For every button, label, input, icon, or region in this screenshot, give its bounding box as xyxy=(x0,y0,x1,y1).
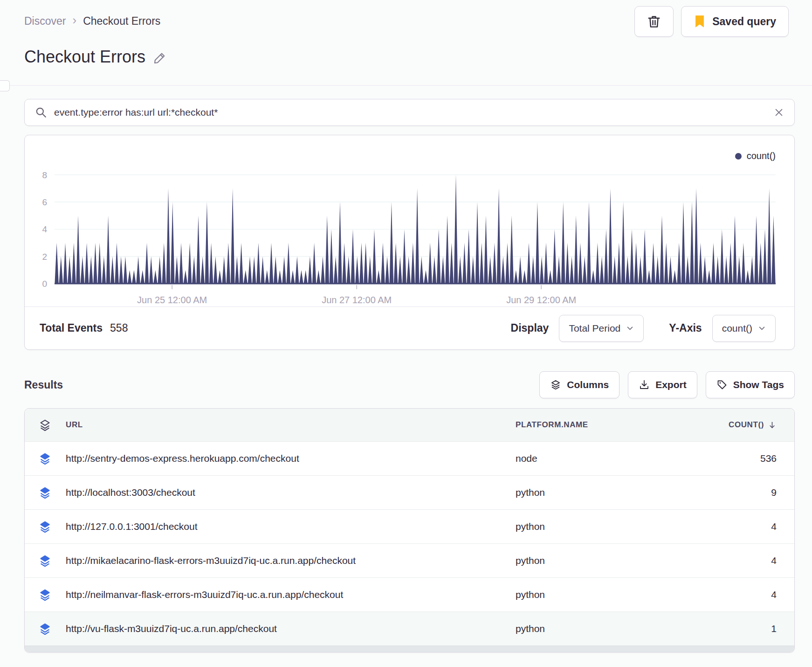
results-table: URL PLATFORM.NAME COUNT() http://sentry-… xyxy=(24,408,795,653)
display-label: Display xyxy=(511,322,549,334)
clear-search-icon[interactable] xyxy=(774,107,784,118)
url-cell[interactable]: http://127.0.0.1:3001/checkout xyxy=(66,521,516,532)
chart-footer: Total Events 558 Display Total Period Y-… xyxy=(25,306,794,349)
search-bar[interactable]: event.type:error has:url url:*checkout* xyxy=(24,99,795,126)
event-stack-icon[interactable] xyxy=(39,555,66,567)
results-heading: Results xyxy=(24,379,63,391)
url-cell[interactable]: http://neilmanvar-flask-errors-m3uuizd7i… xyxy=(66,589,516,600)
platform-cell: python xyxy=(516,589,707,600)
export-button-label: Export xyxy=(655,379,687,390)
svg-text:Jun 27 12:00 AM: Jun 27 12:00 AM xyxy=(322,295,392,305)
export-button[interactable]: Export xyxy=(628,371,697,398)
column-header-count[interactable]: COUNT() xyxy=(729,420,777,430)
table-footer-strip xyxy=(25,646,794,652)
count-cell: 4 xyxy=(771,555,777,566)
event-stack-icon[interactable] xyxy=(39,486,66,499)
show-tags-button-label: Show Tags xyxy=(733,379,784,390)
events-chart-panel: count() 02468Jun 25 12:00 AMJun 27 12:00… xyxy=(24,135,795,350)
results-row: Results Columns Export xyxy=(24,371,795,398)
event-stack-icon[interactable] xyxy=(39,521,66,533)
count-cell: 4 xyxy=(771,589,777,600)
url-cell[interactable]: http://vu-flask-m3uuizd7iq-uc.a.run.app/… xyxy=(66,623,516,634)
events-bar-chart: 02468Jun 25 12:00 AMJun 27 12:00 AMJun 2… xyxy=(25,140,794,308)
total-events: Total Events 558 xyxy=(40,322,128,334)
topbar-buttons: Saved query xyxy=(634,6,789,37)
saved-query-label: Saved query xyxy=(712,15,776,28)
yaxis-dropdown-value: count() xyxy=(722,323,752,334)
delete-query-button[interactable] xyxy=(634,6,674,37)
column-header-count-label: COUNT() xyxy=(729,420,764,430)
url-cell[interactable]: http://mikaelacarino-flask-errors-m3uuiz… xyxy=(66,555,516,566)
event-stack-icon[interactable] xyxy=(39,589,66,601)
stack-icon[interactable] xyxy=(39,419,66,431)
title-row: Checkout Errors xyxy=(24,47,812,67)
table-row[interactable]: http://vu-flask-m3uuizd7iq-uc.a.run.app/… xyxy=(25,611,794,646)
search-query-input[interactable]: event.type:error has:url url:*checkout* xyxy=(54,107,774,118)
chart-controls: Display Total Period Y-Axis count() xyxy=(511,315,776,342)
svg-text:Jun 25 12:00 AM: Jun 25 12:00 AM xyxy=(137,295,207,305)
table-body: http://sentry-demos-express.herokuapp.co… xyxy=(25,441,794,646)
event-stack-icon[interactable] xyxy=(39,452,66,465)
edit-title-pencil-icon[interactable] xyxy=(153,51,167,65)
table-header-row: URL PLATFORM.NAME COUNT() xyxy=(25,409,794,441)
count-cell: 4 xyxy=(771,521,777,532)
sort-desc-arrow-icon xyxy=(768,421,777,430)
table-row[interactable]: http://localhost:3003/checkout python 9 xyxy=(25,475,794,509)
sidebar-collapse-handle[interactable] xyxy=(0,80,10,91)
table-row[interactable]: http://sentry-demos-express.herokuapp.co… xyxy=(25,441,794,475)
chart-legend[interactable]: count() xyxy=(735,151,776,161)
platform-cell: python xyxy=(516,623,707,634)
chevron-down-icon xyxy=(626,324,634,332)
download-icon xyxy=(639,379,650,390)
legend-dot-icon xyxy=(735,153,742,160)
count-cell: 536 xyxy=(760,453,777,464)
platform-cell: node xyxy=(516,453,707,464)
search-icon xyxy=(35,106,47,118)
main-content: event.type:error has:url url:*checkout* … xyxy=(24,99,795,653)
svg-text:4: 4 xyxy=(42,224,47,234)
legend-label: count() xyxy=(747,151,776,161)
layers-icon xyxy=(550,379,561,390)
total-events-label: Total Events xyxy=(40,322,103,334)
header-divider xyxy=(0,85,812,86)
svg-text:8: 8 xyxy=(42,170,47,180)
table-row[interactable]: http://mikaelacarino-flask-errors-m3uuiz… xyxy=(25,543,794,577)
table-row[interactable]: http://127.0.0.1:3001/checkout python 4 xyxy=(25,509,794,543)
breadcrumb: Discover › Checkout Errors xyxy=(24,6,160,36)
url-cell[interactable]: http://localhost:3003/checkout xyxy=(66,487,516,498)
trash-icon xyxy=(646,14,662,29)
table-row[interactable]: http://neilmanvar-flask-errors-m3uuizd7i… xyxy=(25,577,794,611)
columns-button[interactable]: Columns xyxy=(539,371,619,398)
url-cell[interactable]: http://sentry-demos-express.herokuapp.co… xyxy=(66,453,516,464)
svg-text:6: 6 xyxy=(42,197,47,207)
platform-cell: python xyxy=(516,555,707,566)
chevron-right-icon: › xyxy=(72,14,76,26)
bookmark-icon xyxy=(694,15,706,28)
platform-cell: python xyxy=(516,487,707,498)
results-buttons: Columns Export Show Tags xyxy=(539,371,795,398)
svg-text:0: 0 xyxy=(42,279,47,289)
yaxis-dropdown[interactable]: count() xyxy=(712,315,776,342)
breadcrumb-current: Checkout Errors xyxy=(83,15,160,28)
top-bar: Discover › Checkout Errors Saved query xyxy=(0,0,812,37)
show-tags-button[interactable]: Show Tags xyxy=(706,371,795,398)
count-cell: 1 xyxy=(771,623,777,634)
total-events-value: 558 xyxy=(110,322,128,334)
column-header-url[interactable]: URL xyxy=(66,420,516,430)
display-dropdown-value: Total Period xyxy=(569,323,620,334)
saved-query-button[interactable]: Saved query xyxy=(681,6,789,37)
page-title: Checkout Errors xyxy=(24,47,145,67)
count-cell: 9 xyxy=(771,487,777,498)
yaxis-label: Y-Axis xyxy=(669,322,702,334)
column-header-platform[interactable]: PLATFORM.NAME xyxy=(516,420,707,430)
chevron-down-icon xyxy=(758,324,766,332)
tag-icon xyxy=(716,379,728,390)
svg-text:Jun 29 12:00 AM: Jun 29 12:00 AM xyxy=(506,295,576,305)
display-dropdown[interactable]: Total Period xyxy=(559,315,644,342)
columns-button-label: Columns xyxy=(567,379,609,390)
breadcrumb-discover[interactable]: Discover xyxy=(24,15,66,28)
platform-cell: python xyxy=(516,521,707,532)
event-stack-icon[interactable] xyxy=(39,623,66,635)
svg-text:2: 2 xyxy=(42,252,47,262)
